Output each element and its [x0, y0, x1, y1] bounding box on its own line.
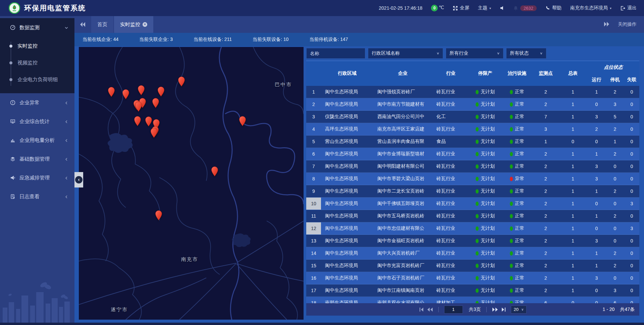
first-page-button[interactable]: [419, 307, 424, 312]
cell-stop: 0: [606, 160, 624, 172]
tabs-scroll-left-button[interactable]: [74, 16, 91, 33]
table-row[interactable]: 1阆中生态环境局阆中强锐页岩砖厂砖瓦行业无计划正常21120: [306, 86, 639, 98]
tabs-scroll-right-button[interactable]: [604, 22, 609, 28]
map-pin[interactable]: [178, 76, 185, 88]
col-region: 行政区域: [321, 61, 373, 86]
sidebar-item-基础数据管理[interactable]: 基础数据管理: [0, 150, 74, 168]
table-header: 行政区域 企业 行业 停限产 治污设施 监测点 总表 点位状态 运行 停机 失联: [306, 61, 639, 86]
table-row[interactable]: 6阆中生态环境局阆中市金博瑞新型墙材砖瓦行业无计划正常21120: [306, 148, 639, 160]
table-row[interactable]: 8阆中生态环境局阆中市枣碧大梁山页岩砖瓦行业无计划异常21300: [306, 173, 639, 185]
cell-industry: 砖瓦行业: [432, 173, 469, 185]
table-row[interactable]: 5营山生态环境局营山县润丰肉食品有限食品无计划正常10010: [306, 136, 639, 148]
chevron-left-icon: [64, 101, 68, 105]
map-pin[interactable]: [150, 128, 158, 139]
table-row[interactable]: 4高坪生态环境局南充市高坪区王家店建砖瓦行业无计划正常31220: [306, 123, 639, 136]
cell-facility: 正常: [501, 198, 533, 210]
table-row[interactable]: 14阆中生态环境局阆中大兴页岩机砖厂砖瓦行业无计划正常21120: [306, 247, 639, 260]
cell-industry: 砖瓦行业: [432, 247, 469, 259]
map-pin[interactable]: [211, 166, 218, 178]
prev-page-button[interactable]: [427, 307, 433, 312]
cell-meter: 1: [558, 235, 587, 247]
logout-button[interactable]: 退出: [620, 5, 637, 11]
table-row[interactable]: 3仪陇生态环境局西南油气田分公司川中化工无计划正常71350: [306, 111, 639, 123]
cell-run: 0: [587, 136, 606, 148]
cell-industry: 建材加工: [432, 297, 469, 303]
stat-当前失联设备: 当前失联设备: 10: [253, 37, 288, 43]
map-pin[interactable]: [135, 102, 142, 113]
next-page-button[interactable]: [492, 307, 498, 312]
cell-offline: 3: [624, 198, 639, 210]
map-pin[interactable]: [122, 89, 129, 101]
table-row[interactable]: 15阆中生态环境局阆中市光富页岩机砖厂砖瓦行业无计划正常21120: [306, 260, 639, 272]
cell-stop: 2: [606, 148, 624, 160]
sidebar-item-企业异常[interactable]: 企业异常: [0, 93, 74, 112]
industry-filter-select[interactable]: 所有行业 ∨: [446, 48, 503, 59]
map-pin[interactable]: [152, 98, 159, 109]
table-row[interactable]: 18南部生态环境局南部县双化水泥有限公建材加工无计划正常60060: [306, 297, 639, 303]
cell-stop: 3: [606, 98, 624, 110]
map-pin[interactable]: [145, 116, 152, 128]
sidebar-subitem-实时监控[interactable]: 实时监控: [0, 38, 74, 54]
status-dot-green: [510, 115, 513, 119]
table-row[interactable]: 17阆中生态环境局阆中市江南镇阆南页岩砖瓦行业无计划正常21030: [306, 284, 639, 297]
tab-首页[interactable]: 首页: [91, 16, 113, 33]
sidebar-item-数据监测[interactable]: 数据监测: [0, 18, 74, 37]
cell-industry: 砖瓦行业: [432, 185, 469, 197]
mute-button[interactable]: [500, 6, 504, 10]
chevron-left-icon: [64, 195, 68, 199]
table-row[interactable]: 11阆中生态环境局阆中市五马桥页岩机砖砖瓦行业无计划正常21120: [306, 210, 639, 222]
tab-实时监控[interactable]: 实时监控✕: [114, 16, 153, 33]
sidebar-group: 企业用电量分析: [0, 131, 74, 150]
region-filter-select[interactable]: 行政区域名称 ∨: [368, 48, 443, 59]
status-dot-green: [476, 288, 479, 293]
map-collapse-button[interactable]: ‹: [74, 172, 83, 187]
cell-enterprise: 阆中市金博瑞新型墙材: [373, 148, 432, 160]
name-filter-input[interactable]: [306, 48, 365, 59]
cell-meter: 1: [558, 123, 587, 135]
fullscreen-button[interactable]: 全屏: [453, 5, 469, 11]
table-row[interactable]: 2阆中生态环境局阆中市南方节能建材有砖瓦行业无计划正常21030: [306, 98, 639, 111]
sidebar-subitem-视频监控[interactable]: 视频监控: [0, 54, 74, 71]
cell-enterprise: 营山县润丰肉食品有限: [373, 136, 432, 148]
status-dot-green: [476, 214, 479, 218]
status-filter-select[interactable]: 所有状态 ∨: [506, 48, 546, 59]
cell-stop-limit: 无计划: [469, 173, 501, 185]
region-filter-value: 行政区域名称: [372, 50, 400, 56]
status-text: 无计划: [481, 89, 495, 95]
cell-stop: 0: [606, 235, 624, 247]
map-pin[interactable]: [108, 87, 115, 98]
help-button[interactable]: 帮助: [545, 5, 561, 11]
sidebar-item-企业用电量分析[interactable]: 企业用电量分析: [0, 131, 74, 150]
theme-menu[interactable]: 主题 ▾: [478, 5, 491, 11]
map-pin[interactable]: [157, 86, 165, 98]
status-text: 正常: [515, 238, 524, 244]
close-operations-button[interactable]: 关闭操作: [618, 21, 637, 28]
close-tab-icon[interactable]: ✕: [143, 22, 147, 27]
sidebar-item-应急减排管理[interactable]: 应急减排管理: [0, 168, 74, 187]
map-pin[interactable]: [155, 210, 162, 222]
table-row[interactable]: 13阆中生态环境局阆中市金福旺页岩机砖砖瓦行业无计划正常21300: [306, 235, 639, 247]
chevron-left-icon: [64, 157, 68, 161]
table-row[interactable]: 9阆中生态环境局阆中市二龙长宝页岩砖砖瓦行业无计划正常21120: [306, 185, 639, 198]
user-org-menu[interactable]: 南充市生态环境局 ▾: [570, 5, 611, 11]
page-number-input[interactable]: [444, 306, 463, 314]
app-header: 环保用电监管系统 2021-02-25 17:46:18 0 ℃ 全屏 主题 ▾: [0, 0, 644, 16]
table-row[interactable]: 7阆中生态环境局阆中明阳建材有限公司砖瓦行业无计划正常21300: [306, 160, 639, 173]
stat-当前停机设备: 当前停机设备: 147: [309, 37, 348, 43]
table-row[interactable]: 10阆中生态环境局阆中千佛镇五郎垭页岩砖瓦行业无计划正常21003: [306, 198, 639, 210]
map-pin[interactable]: [134, 116, 141, 127]
table-row[interactable]: 12阆中生态环境局阆中市忠信建材有限公砖瓦行业无计划正常21003: [306, 222, 639, 235]
map-panel[interactable]: 巴中市南充市遂宁市 ‹: [79, 47, 304, 320]
notification-badge: 2632: [520, 5, 537, 11]
page-size-select[interactable]: 20 ∨: [511, 306, 527, 314]
map-pin[interactable]: [239, 116, 246, 127]
table-row[interactable]: 16阆中生态环境局阆中市石子页岩机砖厂砖瓦行业无计划正常21300: [306, 272, 639, 284]
cell-meter: 1: [558, 222, 587, 234]
bottom-edge: [0, 323, 644, 325]
last-page-button[interactable]: [501, 307, 506, 312]
sidebar-subitem-企业电力负荷明细[interactable]: 企业电力负荷明细: [0, 71, 74, 88]
notifications-button[interactable]: 2632: [513, 5, 537, 11]
sidebar-item-日志查看[interactable]: 日志查看: [0, 187, 74, 206]
map-pin[interactable]: [138, 85, 145, 96]
sidebar-item-企业综合统计[interactable]: 企业综合统计: [0, 112, 74, 131]
